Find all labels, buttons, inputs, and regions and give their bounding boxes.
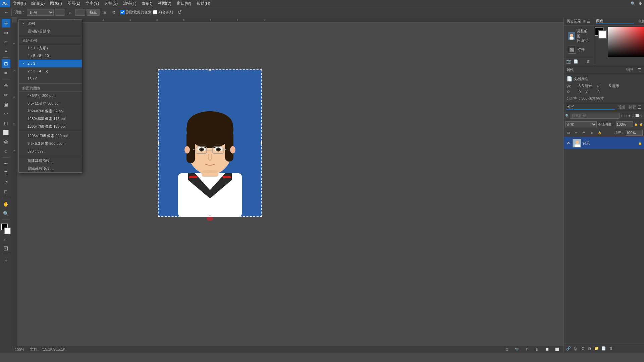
layer-filter-shape[interactable]: □ xyxy=(632,112,635,119)
crop-handle-mr[interactable] xyxy=(261,142,262,144)
status-icon-4[interactable]: 🗑 xyxy=(533,346,541,353)
lock-all-btn[interactable]: ⊡ xyxy=(565,129,572,136)
background-color[interactable] xyxy=(4,228,11,234)
crop-height-input[interactable] xyxy=(75,9,85,16)
dd-item-3x5cm[interactable]: 3.5×5.3 厘米 300 ppcm xyxy=(19,140,82,147)
pen-tool[interactable]: ✒ xyxy=(2,159,10,168)
menu-edit[interactable]: 编辑(E) xyxy=(29,0,47,7)
color-spectrum[interactable] xyxy=(608,27,644,57)
dd-item-1024x768[interactable]: 1024×768 像素 92 ppi xyxy=(19,107,82,115)
color-swatches[interactable] xyxy=(0,223,12,235)
add-group-btn[interactable]: 📁 xyxy=(593,345,600,352)
dd-item-8x11[interactable]: 8.5×11英寸 300 ppi xyxy=(19,100,82,107)
add-tool-btn[interactable]: + xyxy=(2,256,10,264)
status-icon-2[interactable]: 📷 xyxy=(513,346,521,353)
dd-item-16x9[interactable]: 16：9 xyxy=(19,75,82,83)
shape-tool[interactable]: □ xyxy=(2,187,10,196)
dd-item-2x3[interactable]: ✓ 2：3 xyxy=(19,60,82,67)
dd-item-328x399[interactable]: 328：399 xyxy=(19,147,82,155)
settings-icon[interactable]: ⚙ xyxy=(637,0,644,7)
move-tool[interactable]: ✛ xyxy=(2,19,10,27)
crop-handle-tr[interactable] xyxy=(261,69,262,71)
blur-tool[interactable]: ◎ xyxy=(2,137,10,146)
lock-artboard-btn[interactable]: ⊕ xyxy=(588,129,595,136)
layer-filter-toggle[interactable]: ◎ xyxy=(640,112,643,119)
content-aware-checkbox[interactable] xyxy=(153,10,157,14)
fg-bg-swatches[interactable] xyxy=(595,27,607,39)
dd-item-1x1[interactable]: 1：1（方形） xyxy=(19,44,82,52)
reset-icon[interactable]: ↺ xyxy=(176,9,183,16)
layer-filter-pixel[interactable]: ⬜ xyxy=(635,112,639,119)
layer-filter-type[interactable]: T xyxy=(620,112,623,119)
status-icon-6[interactable]: ⬜ xyxy=(553,346,561,353)
crop-tool[interactable]: ⊡ xyxy=(2,59,10,68)
history-snapshot-btn[interactable]: 📷 xyxy=(565,58,572,65)
background-swatch[interactable] xyxy=(598,30,607,39)
delete-pixels-checkbox[interactable] xyxy=(120,10,125,14)
add-effect-btn[interactable]: fx xyxy=(572,345,579,352)
color-tab-active[interactable]: 颜色 xyxy=(596,18,634,24)
content-aware-checkbox-label[interactable]: 内容识别 xyxy=(153,10,173,15)
dd-item-new-preset[interactable]: 新建裁剪预设... xyxy=(19,157,82,165)
brush-tool[interactable]: ✏ xyxy=(2,90,10,99)
zoom-tool[interactable]: 🔍 xyxy=(2,209,10,218)
text-tool[interactable]: T xyxy=(2,169,10,177)
healing-brush-tool[interactable]: ⊕ xyxy=(2,81,10,90)
menu-select[interactable]: 选择(S) xyxy=(102,0,120,7)
fill-input[interactable] xyxy=(626,130,643,136)
menu-image[interactable]: 图像(I) xyxy=(47,0,64,7)
lock-all2-btn[interactable]: 🔒 xyxy=(596,129,603,136)
quick-mask-btn[interactable]: ○ xyxy=(4,236,8,243)
eyedropper-tool[interactable]: ✒ xyxy=(2,69,10,77)
dd-item-1205x1795[interactable]: 1205×1795 像素 200 ppi xyxy=(19,132,82,140)
layers-tab-active[interactable]: 图层 xyxy=(567,104,615,110)
menu-filter[interactable]: 滤镜(T) xyxy=(120,0,139,7)
menu-file[interactable]: 文件(F) xyxy=(10,0,29,7)
status-icon-3[interactable]: ⚙ xyxy=(523,346,531,353)
menu-window[interactable]: 窗口(W) xyxy=(174,0,194,7)
crop-handle-br[interactable] xyxy=(261,216,262,217)
layers-tab-path[interactable]: 路径 xyxy=(629,105,636,110)
dd-item-whr[interactable]: 宽×高×分辨率 xyxy=(19,27,82,35)
blend-mode-select[interactable]: 正常 xyxy=(565,121,597,127)
lasso-tool[interactable]: ⊂ xyxy=(2,38,10,46)
swap-icon[interactable]: ⇄ xyxy=(66,9,74,16)
history-brush-tool[interactable]: ↩ xyxy=(2,109,10,118)
dd-item-4x5in[interactable]: 4×5英寸 300 ppi xyxy=(19,92,82,100)
add-mask-btn[interactable]: ⊙ xyxy=(579,345,586,352)
menu-layer[interactable]: 图层(L) xyxy=(65,0,83,7)
dd-item-1280x800[interactable]: 1280×800 像素 113 ppi xyxy=(19,115,82,123)
history-delete-btn[interactable]: 🗑 xyxy=(585,58,592,65)
settings2-icon[interactable]: ⚙ xyxy=(110,9,117,16)
crop-handle-ml[interactable] xyxy=(158,142,159,144)
move-tool-option[interactable]: ↔ xyxy=(3,9,10,16)
menu-text[interactable]: 文字(Y) xyxy=(83,0,102,7)
properties-tab2[interactable]: 调整 xyxy=(626,67,634,72)
history-item-1[interactable]: 打开 xyxy=(566,45,591,55)
crop-handle-bl[interactable] xyxy=(158,216,159,217)
search-icon[interactable]: 🔍 xyxy=(629,0,637,7)
delete-layer-btn[interactable]: 🗑 xyxy=(607,345,614,352)
layers-search-input[interactable] xyxy=(570,113,620,119)
photo-container[interactable] xyxy=(158,69,262,217)
crop-handle-tl[interactable] xyxy=(158,69,159,71)
layers-tab-channel[interactable]: 通道 xyxy=(618,105,626,110)
add-adjustment-btn[interactable]: ◑ xyxy=(586,345,593,352)
crop-ratio-select[interactable]: 比例 xyxy=(27,9,54,16)
layer-filter-smart[interactable]: ◈ xyxy=(628,112,631,119)
crop-width-input[interactable] xyxy=(55,9,65,16)
status-icon-5[interactable]: 🔲 xyxy=(543,346,551,353)
hand-tool[interactable]: ✋ xyxy=(2,200,10,208)
history-create-doc-btn[interactable]: 📄 xyxy=(573,58,579,65)
dd-item-2x3-46[interactable]: 2：3（4：6） xyxy=(19,67,82,75)
screen-mode-btn[interactable]: ⊡ xyxy=(3,245,8,252)
layers-menu-icon[interactable]: ☰ xyxy=(638,105,641,110)
menu-view[interactable]: 视图(V) xyxy=(155,0,174,7)
dd-item-ratio-check[interactable]: ✓ 比例 xyxy=(19,20,82,27)
lock-pixel-btn[interactable]: ✏ xyxy=(573,129,580,136)
history-expand-icon[interactable]: ≡ xyxy=(583,19,585,24)
layer-visibility-btn[interactable]: 👁 xyxy=(566,140,571,146)
status-icon-1[interactable]: ⊡ xyxy=(503,346,511,353)
dd-item-1366x768[interactable]: 1366×768 像素 135 ppi xyxy=(19,123,82,130)
history-menu-icon[interactable]: ☰ xyxy=(587,19,590,24)
